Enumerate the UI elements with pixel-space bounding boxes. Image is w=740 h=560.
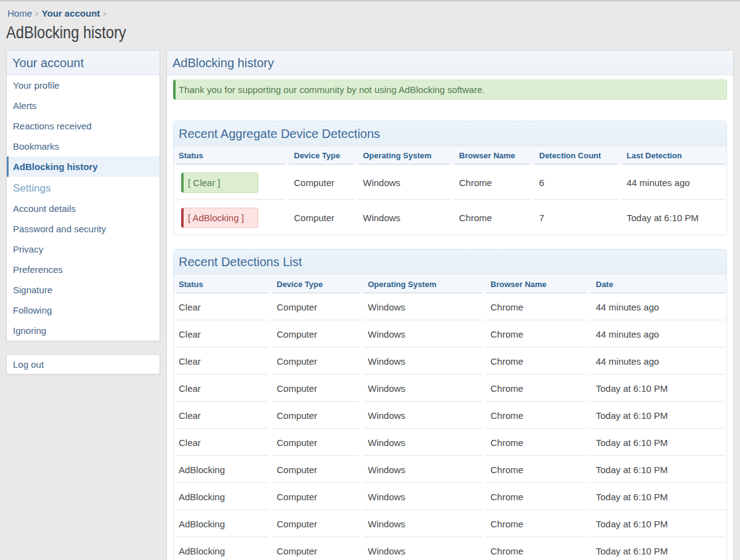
aggregate-cell-detection_count: 7 <box>534 200 618 235</box>
aggregate-section-title: Recent Aggregate Device Detections <box>174 121 726 146</box>
breadcrumb-your-account-link[interactable]: Your account <box>42 8 100 18</box>
aggregate-cell-status: [ Clear ] <box>174 164 285 200</box>
detections-cell-date: 44 minutes ago <box>591 293 726 320</box>
aggregate-cell-device_type: Computer <box>289 164 354 200</box>
sidebar-box: Your account Your profileAlertsReactions… <box>6 50 160 341</box>
detections-cell-date: Today at 6:10 PM <box>591 456 726 483</box>
breadcrumb-separator-icon: > <box>35 9 38 18</box>
sidebar-item-adblocking-history[interactable]: AdBlocking history <box>7 156 160 177</box>
detections-cell-browser_name: Chrome <box>486 483 587 510</box>
detections-cell-status: AdBlocking <box>174 483 268 510</box>
sidebar-item-alerts[interactable]: Alerts <box>7 95 160 116</box>
no-adblock-notice: Thank you for supporting our community b… <box>173 79 727 100</box>
detections-cell-operating_system: Windows <box>363 375 482 402</box>
detections-cell-status: Clear <box>174 402 268 429</box>
detections-cell-operating_system: Windows <box>363 402 482 429</box>
detections-cell-device_type: Computer <box>272 456 359 483</box>
breadcrumb-home-link[interactable]: Home <box>7 8 32 18</box>
detections-cell-operating_system: Windows <box>363 510 482 537</box>
aggregate-cell-last_detection: 44 minutes ago <box>622 164 726 200</box>
detections-cell-browser_name: Chrome <box>486 320 587 347</box>
detections-cell-operating_system: Windows <box>363 293 482 320</box>
breadcrumb-separator-icon: > <box>103 9 106 18</box>
columns: Your account Your profileAlertsReactions… <box>6 50 734 560</box>
aggregate-cell-detection_count: 6 <box>534 164 618 200</box>
detections-cell-status: AdBlocking <box>174 537 268 560</box>
detections-cell-browser_name: Chrome <box>486 375 587 402</box>
logout-link[interactable]: Log out <box>7 355 160 374</box>
status-button-adblocking[interactable]: [ AdBlocking ] <box>181 208 258 228</box>
top-bar-shadow <box>0 0 740 2</box>
aggregate-cell-browser_name: Chrome <box>454 200 531 235</box>
sidebar-item-ignoring[interactable]: Ignoring <box>7 320 160 341</box>
aggregate-col-device-type: Device Type <box>289 146 354 164</box>
aggregate-cell-last_detection: Today at 6:10 PM <box>622 200 726 235</box>
detections-cell-browser_name: Chrome <box>486 429 587 456</box>
detections-cell-browser_name: Chrome <box>486 293 587 320</box>
detections-cell-date: Today at 6:10 PM <box>591 510 726 537</box>
detections-col-browser-name: Browser Name <box>486 274 587 293</box>
detections-cell-device_type: Computer <box>272 347 359 375</box>
main-box: AdBlocking history Thank you for support… <box>166 50 734 560</box>
sidebar-item-password-and-security[interactable]: Password and security <box>7 219 160 239</box>
detections-col-date: Date <box>591 274 726 293</box>
detections-cell-date: Today at 6:10 PM <box>591 483 726 510</box>
sidebar-item-signature[interactable]: Signature <box>7 280 160 300</box>
main-column: AdBlocking history Thank you for support… <box>166 50 734 560</box>
detections-cell-status: Clear <box>174 347 268 375</box>
detections-cell-device_type: Computer <box>272 510 359 537</box>
sidebar-item-your-profile[interactable]: Your profile <box>7 75 160 95</box>
detections-section-title: Recent Detections List <box>174 250 726 274</box>
detections-cell-status: Clear <box>174 375 268 402</box>
aggregate-col-operating-system: Operating System <box>358 146 450 164</box>
detections-cell-status: AdBlocking <box>174 456 268 483</box>
sidebar-item-bookmarks[interactable]: Bookmarks <box>7 136 160 156</box>
detections-cell-date: Today at 6:10 PM <box>591 429 726 456</box>
detections-cell-device_type: Computer <box>272 320 359 347</box>
page: Home>Your account> AdBlocking history Yo… <box>0 0 740 560</box>
sidebar-item-following[interactable]: Following <box>7 300 160 320</box>
detections-cell-device_type: Computer <box>272 293 359 320</box>
sidebar-item-reactions-received[interactable]: Reactions received <box>7 116 160 136</box>
aggregate-section: Recent Aggregate Device Detections Statu… <box>173 121 727 235</box>
detections-cell-device_type: Computer <box>272 537 359 560</box>
detections-table: StatusDevice TypeOperating SystemBrowser… <box>174 274 726 560</box>
sidebar-title: Your account <box>7 51 160 75</box>
page-title: AdBlocking history <box>6 22 621 43</box>
sidebar-settings-header: Settings <box>7 177 160 198</box>
logout-box: Log out <box>6 354 160 375</box>
status-button-clear[interactable]: [ Clear ] <box>181 172 258 193</box>
aggregate-cell-operating_system: Windows <box>358 200 450 235</box>
breadcrumb: Home>Your account> <box>6 0 734 18</box>
sidebar: Your account Your profileAlertsReactions… <box>6 50 160 375</box>
sidebar-item-privacy[interactable]: Privacy <box>7 239 160 259</box>
detections-cell-device_type: Computer <box>272 429 359 456</box>
detections-cell-device_type: Computer <box>272 375 359 402</box>
sidebar-item-account-details[interactable]: Account details <box>7 198 160 219</box>
detections-cell-date: 44 minutes ago <box>591 347 726 375</box>
main-body: Thank you for supporting our community b… <box>167 75 733 560</box>
detections-cell-operating_system: Windows <box>363 429 482 456</box>
aggregate-cell-device_type: Computer <box>289 200 354 235</box>
detections-cell-browser_name: Chrome <box>486 456 587 483</box>
sidebar-item-preferences[interactable]: Preferences <box>7 259 160 280</box>
aggregate-col-status: Status <box>174 146 285 164</box>
detections-cell-status: Clear <box>174 293 268 320</box>
detections-cell-browser_name: Chrome <box>486 510 587 537</box>
detections-cell-operating_system: Windows <box>363 537 482 560</box>
detections-cell-date: Today at 6:10 PM <box>591 537 726 560</box>
aggregate-col-browser-name: Browser Name <box>454 146 531 164</box>
detections-cell-device_type: Computer <box>272 483 359 510</box>
detections-cell-operating_system: Windows <box>363 347 482 375</box>
detections-cell-date: Today at 6:10 PM <box>591 375 726 402</box>
detections-cell-browser_name: Chrome <box>486 347 587 375</box>
detections-cell-browser_name: Chrome <box>486 402 587 429</box>
detections-cell-status: Clear <box>174 429 268 456</box>
detections-cell-status: AdBlocking <box>174 510 268 537</box>
aggregate-col-last-detection: Last Detection <box>622 146 726 164</box>
detections-cell-device_type: Computer <box>272 402 359 429</box>
detections-col-operating-system: Operating System <box>363 274 482 293</box>
detections-cell-operating_system: Windows <box>363 483 482 510</box>
detections-cell-operating_system: Windows <box>363 456 482 483</box>
main-title: AdBlocking history <box>167 51 733 75</box>
